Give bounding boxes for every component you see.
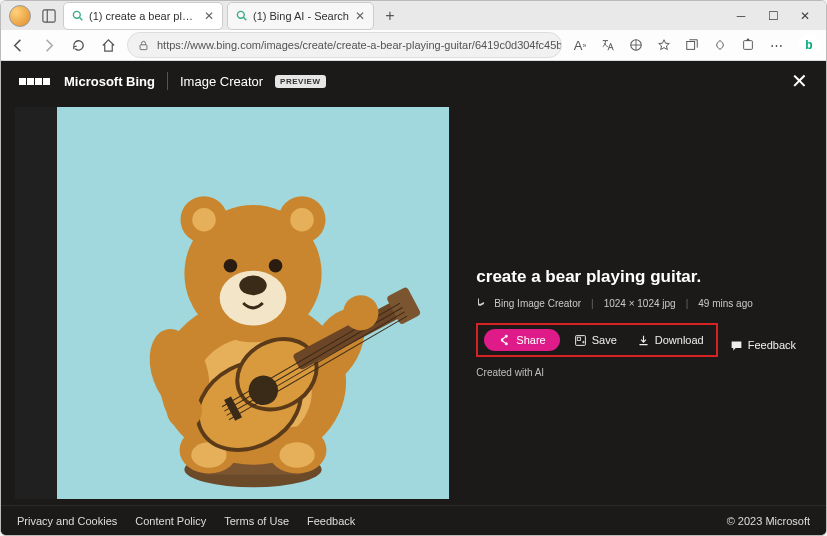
wallet-icon[interactable] <box>710 35 730 55</box>
tab-label: (1) create a bear playing guitar - <box>89 10 198 22</box>
download-icon <box>637 334 650 347</box>
new-tab-button[interactable]: + <box>378 4 402 28</box>
actions-highlight: Share Save Download <box>476 323 717 357</box>
bing-icon <box>476 297 486 309</box>
tab-2[interactable]: (1) Bing AI - Search ✕ <box>227 2 374 30</box>
footer-content-policy[interactable]: Content Policy <box>135 515 206 527</box>
content-area: create a bear playing guitar. Bing Image… <box>1 101 826 505</box>
search-icon <box>72 10 83 21</box>
favorite-icon[interactable] <box>654 35 674 55</box>
microsoft-logo-icon <box>19 78 50 85</box>
close-window-button[interactable]: ✕ <box>796 9 814 23</box>
search-icon <box>236 10 247 21</box>
save-button[interactable]: Save <box>568 330 623 351</box>
lock-icon <box>138 40 149 51</box>
address-bar: https://www.bing.com/images/create/creat… <box>1 30 826 61</box>
footer-privacy[interactable]: Privacy and Cookies <box>17 515 117 527</box>
tab-label: (1) Bing AI - Search <box>253 10 349 22</box>
svg-point-43 <box>166 393 201 428</box>
download-button[interactable]: Download <box>631 330 710 351</box>
tab-actions-icon[interactable] <box>39 6 59 26</box>
browser-window: (1) create a bear playing guitar - ✕ (1)… <box>0 0 827 536</box>
creator-text: Bing Image Creator <box>494 298 581 309</box>
forward-button[interactable] <box>37 34 59 56</box>
translate-icon[interactable] <box>598 35 618 55</box>
preview-badge: PREVIEW <box>275 75 325 88</box>
feedback-button[interactable]: Feedback <box>730 339 796 352</box>
close-tab-icon[interactable]: ✕ <box>355 9 365 23</box>
svg-line-3 <box>80 18 83 21</box>
tab-1[interactable]: (1) create a bear playing guitar - ✕ <box>63 2 223 30</box>
svg-point-4 <box>237 11 244 18</box>
svg-point-29 <box>239 276 266 296</box>
brand-text: Microsoft Bing <box>64 74 155 89</box>
minimize-button[interactable]: ─ <box>732 9 750 23</box>
prompt-title: create a bear playing guitar. <box>476 267 796 287</box>
footer: Privacy and Cookies Content Policy Terms… <box>1 505 826 535</box>
download-label: Download <box>655 334 704 346</box>
dimensions-text: 1024 × 1024 jpg <box>604 298 676 309</box>
back-button[interactable] <box>7 34 29 56</box>
svg-rect-6 <box>140 44 147 49</box>
age-text: 49 mins ago <box>698 298 752 309</box>
bing-chat-icon[interactable]: b <box>798 34 820 56</box>
divider <box>167 72 168 90</box>
share-label: Share <box>516 334 545 346</box>
save-icon <box>574 334 587 347</box>
footer-copyright: © 2023 Microsoft <box>727 515 810 527</box>
close-tab-icon[interactable]: ✕ <box>204 9 214 23</box>
share-icon <box>498 334 510 346</box>
svg-line-5 <box>244 18 247 21</box>
svg-point-31 <box>268 259 282 273</box>
refresh-button[interactable] <box>67 34 89 56</box>
page-content: Microsoft Bing Image Creator PREVIEW ✕ <box>1 61 826 535</box>
extensions-icon[interactable] <box>738 35 758 55</box>
collections-icon[interactable] <box>682 35 702 55</box>
created-with-text: Created with AI <box>476 367 796 378</box>
meta-row: Bing Image Creator 1024 × 1024 jpg 49 mi… <box>476 297 796 309</box>
feedback-label: Feedback <box>748 339 796 351</box>
footer-feedback[interactable]: Feedback <box>307 515 355 527</box>
info-column: create a bear playing guitar. Bing Image… <box>450 107 816 499</box>
svg-point-22 <box>279 442 314 467</box>
close-overlay-button[interactable]: ✕ <box>791 69 808 93</box>
footer-terms[interactable]: Terms of Use <box>224 515 289 527</box>
feedback-icon <box>730 339 743 352</box>
svg-point-10 <box>747 38 750 41</box>
generated-image[interactable] <box>57 107 449 499</box>
home-button[interactable] <box>97 34 119 56</box>
titlebar: (1) create a bear playing guitar - ✕ (1)… <box>1 1 826 30</box>
page-header: Microsoft Bing Image Creator PREVIEW ✕ <box>1 61 826 101</box>
svg-point-27 <box>290 208 314 232</box>
tracking-icon[interactable] <box>626 35 646 55</box>
profile-avatar[interactable] <box>9 5 31 27</box>
svg-point-2 <box>73 11 80 18</box>
url-text: https://www.bing.com/images/create/creat… <box>157 39 562 51</box>
url-input[interactable]: https://www.bing.com/images/create/creat… <box>127 32 562 58</box>
svg-rect-0 <box>43 9 55 21</box>
read-aloud-icon[interactable]: A» <box>570 35 590 55</box>
svg-point-26 <box>192 208 216 232</box>
section-text: Image Creator <box>180 74 263 89</box>
svg-point-30 <box>223 259 237 273</box>
image-column <box>15 107 450 499</box>
svg-rect-9 <box>744 41 753 50</box>
svg-rect-45 <box>577 337 580 340</box>
save-label: Save <box>592 334 617 346</box>
share-button[interactable]: Share <box>484 329 559 351</box>
maximize-button[interactable]: ☐ <box>764 9 782 23</box>
svg-point-42 <box>343 295 378 330</box>
more-icon[interactable]: ⋯ <box>766 35 786 55</box>
svg-rect-8 <box>687 42 695 50</box>
